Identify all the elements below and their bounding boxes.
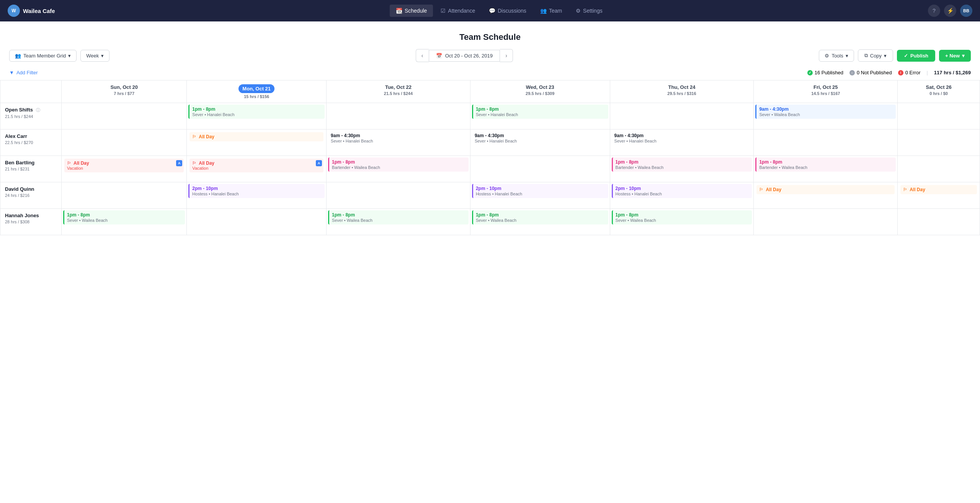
nav-discussions[interactable]: 💬 Discussions bbox=[483, 5, 532, 17]
shift-cell[interactable]: 1pm - 8pm Sever • Wailea Beach bbox=[470, 209, 610, 235]
error-stat: ! 0 Error bbox=[898, 70, 921, 75]
shift-cell[interactable]: 9am - 4:30pm Sever • Hanalei Beach bbox=[470, 129, 610, 156]
shift-cell[interactable]: 1pm - 8pm Sever • Wailea Beach bbox=[610, 209, 754, 235]
shift-cell[interactable] bbox=[62, 103, 187, 129]
shift-cell[interactable]: 🏳 All Day A Vacation bbox=[62, 156, 187, 182]
shift-block[interactable]: 9am - 4:30pm Sever • Hanalei Beach bbox=[472, 131, 608, 145]
table-row: David Quinn 24 hrs / $216 2pm - 10pm Hos… bbox=[0, 182, 980, 209]
brand[interactable]: W Wailea Cafe bbox=[8, 5, 55, 17]
shift-cell[interactable]: 1pm - 8pm Sever • Hanalei Beach bbox=[187, 103, 327, 129]
schedule-icon: 📆 bbox=[396, 8, 402, 14]
user-avatar[interactable]: BB bbox=[960, 5, 972, 17]
view-selector[interactable]: 👥 Team Member Grid ▾ bbox=[9, 50, 77, 62]
help-button[interactable]: ? bbox=[928, 5, 940, 17]
shift-block[interactable]: 2pm - 10pm Hostess • Hanalei Beach bbox=[612, 184, 752, 198]
header-wed: Wed, Oct 23 29.5 hrs / $309 bbox=[470, 80, 610, 103]
shift-cell[interactable] bbox=[62, 129, 187, 156]
shift-cell[interactable] bbox=[754, 209, 898, 235]
shift-cell[interactable]: 🏳 All Day bbox=[898, 182, 980, 209]
shift-cell[interactable] bbox=[898, 156, 980, 182]
allday-block[interactable]: 🏳 All Day bbox=[900, 185, 977, 194]
shift-cell[interactable]: 2pm - 10pm Hostess • Hanalei Beach bbox=[470, 182, 610, 209]
copy-button[interactable]: ⧉ Copy ▾ bbox=[858, 49, 893, 62]
shift-cell[interactable]: 🏳 All Day A Vacation bbox=[187, 156, 327, 182]
shift-cell[interactable]: 🏳 All Day bbox=[754, 182, 898, 209]
next-week-button[interactable]: › bbox=[500, 49, 513, 62]
allday-block[interactable]: 🏳 All Day bbox=[189, 132, 323, 141]
shift-cell[interactable] bbox=[898, 103, 980, 129]
shift-cell[interactable] bbox=[898, 209, 980, 235]
shift-cell[interactable]: 🏳 All Day bbox=[187, 129, 327, 156]
shift-cell[interactable] bbox=[327, 103, 470, 129]
nav-settings[interactable]: ⚙ Settings bbox=[570, 5, 609, 17]
tools-button[interactable]: ⚙ Tools ▾ bbox=[819, 50, 854, 62]
vacation-block[interactable]: 🏳 All Day A Vacation bbox=[64, 159, 184, 172]
allday-block[interactable]: 🏳 All Day bbox=[756, 185, 895, 194]
shift-cell[interactable]: 1pm - 8pm Sever • Wailea Beach bbox=[327, 209, 470, 235]
shift-block[interactable]: 1pm - 8pm Bartender • Wailea Beach bbox=[612, 157, 752, 172]
shift-cell[interactable] bbox=[610, 103, 754, 129]
vacation-block[interactable]: 🏳 All Day A Vacation bbox=[189, 159, 323, 172]
new-button[interactable]: + New ▾ bbox=[939, 50, 971, 62]
shift-cell[interactable] bbox=[898, 129, 980, 156]
publish-button[interactable]: ✓ Publish bbox=[897, 50, 935, 62]
shift-block[interactable]: 1pm - 8pm Sever • Hanalei Beach bbox=[188, 105, 325, 119]
shift-cell[interactable]: 9am - 4:30pm Sever • Hanalei Beach bbox=[610, 129, 754, 156]
shift-cell[interactable] bbox=[470, 156, 610, 182]
shift-cell[interactable]: 2pm - 10pm Hostess • Hanalei Beach bbox=[610, 182, 754, 209]
shift-block[interactable]: 9am - 4:30pm Sever • Wailea Beach bbox=[755, 105, 896, 119]
filter-icon: ▼ bbox=[9, 70, 14, 75]
shift-block[interactable]: 1pm - 8pm Sever • Wailea Beach bbox=[63, 210, 185, 224]
shift-block[interactable]: 2pm - 10pm Hostess • Hanalei Beach bbox=[472, 184, 608, 198]
shift-cell[interactable]: 1pm - 8pm Bartender • Wailea Beach bbox=[754, 156, 898, 182]
navigation: W Wailea Cafe 📆 Schedule ☑ Attendance 💬 … bbox=[0, 0, 980, 21]
page-title: Team Schedule bbox=[0, 21, 980, 49]
error-dot: ! bbox=[898, 70, 903, 75]
published-stat: ✓ 16 Published bbox=[807, 70, 843, 75]
shift-block[interactable]: 9am - 4:30pm Sever • Hanalei Beach bbox=[612, 131, 752, 145]
shift-cell[interactable]: 2pm - 10pm Hostess • Hanalei Beach bbox=[187, 182, 327, 209]
header-mon: Mon, Oct 21 15 hrs / $156 bbox=[187, 80, 327, 103]
shift-block[interactable]: 1pm - 8pm Bartender • Wailea Beach bbox=[328, 157, 469, 172]
not-published-dot: ○ bbox=[849, 70, 855, 75]
nav-schedule[interactable]: 📆 Schedule bbox=[390, 5, 433, 17]
add-filter-button[interactable]: ▼ Add Filter bbox=[9, 70, 38, 75]
filter-bar: ▼ Add Filter ✓ 16 Published ○ 0 Not Publ… bbox=[0, 68, 980, 80]
not-published-stat: ○ 0 Not Published bbox=[849, 70, 892, 75]
shift-cell[interactable] bbox=[187, 209, 327, 235]
table-row: Alex Carr 22.5 hrs / $270 🏳 All Day bbox=[0, 129, 980, 156]
discussions-icon: 💬 bbox=[489, 8, 495, 14]
notifications-button[interactable]: ⚡ bbox=[944, 5, 956, 17]
shift-block[interactable]: 9am - 4:30pm Sever • Hanalei Beach bbox=[328, 131, 469, 145]
attendance-icon: ☑ bbox=[441, 8, 446, 14]
shift-cell[interactable]: 9am - 4:30pm Sever • Hanalei Beach bbox=[327, 129, 470, 156]
nav-team[interactable]: 👥 Team bbox=[534, 5, 568, 17]
shift-block[interactable]: 1pm - 8pm Sever • Wailea Beach bbox=[612, 210, 752, 224]
settings-icon: ⚙ bbox=[576, 8, 581, 14]
calendar-icon: 📅 bbox=[436, 53, 442, 59]
header-name-col bbox=[0, 80, 62, 103]
nav-attendance[interactable]: ☑ Attendance bbox=[434, 5, 481, 17]
shift-block[interactable]: 1pm - 8pm Bartender • Wailea Beach bbox=[755, 157, 896, 172]
shift-block[interactable]: 2pm - 10pm Hostess • Hanalei Beach bbox=[188, 184, 325, 198]
chevron-down-icon-new: ▾ bbox=[962, 53, 965, 59]
shift-cell[interactable]: 1pm - 8pm Sever • Wailea Beach bbox=[62, 209, 187, 235]
shift-block[interactable]: 1pm - 8pm Sever • Hanalei Beach bbox=[472, 105, 608, 119]
shift-cell[interactable] bbox=[327, 182, 470, 209]
chevron-down-icon: ▾ bbox=[68, 53, 71, 59]
prev-week-button[interactable]: ‹ bbox=[416, 49, 429, 62]
shift-cell[interactable]: 1pm - 8pm Bartender • Wailea Beach bbox=[327, 156, 470, 182]
shift-cell[interactable]: 9am - 4:30pm Sever • Wailea Beach bbox=[754, 103, 898, 129]
published-dot: ✓ bbox=[807, 70, 813, 75]
period-selector[interactable]: Week ▾ bbox=[80, 50, 109, 62]
shift-cell[interactable]: 1pm - 8pm Bartender • Wailea Beach bbox=[610, 156, 754, 182]
shift-cell[interactable] bbox=[62, 182, 187, 209]
shift-block[interactable]: 1pm - 8pm Sever • Wailea Beach bbox=[472, 210, 608, 224]
vacation-icon: 🏳 bbox=[192, 134, 197, 139]
shift-block[interactable]: 1pm - 8pm Sever • Wailea Beach bbox=[328, 210, 469, 224]
table-row: Hannah Jones 28 hrs / $308 1pm - 8pm Sev… bbox=[0, 209, 980, 235]
shift-cell[interactable] bbox=[754, 129, 898, 156]
shift-cell[interactable]: 1pm - 8pm Sever • Hanalei Beach bbox=[470, 103, 610, 129]
team-members-icon: 👥 bbox=[15, 53, 21, 59]
vacation-icon: 🏳 bbox=[903, 187, 908, 192]
